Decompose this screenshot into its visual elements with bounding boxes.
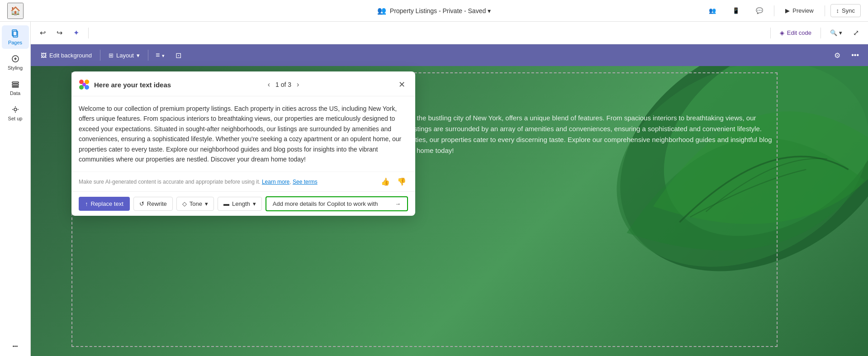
thumbs-down-button[interactable]: 👎 (395, 176, 408, 188)
zoom-button[interactable]: 🔍 ▾ (826, 27, 846, 39)
thumbs-down-icon: 👎 (397, 178, 406, 185)
thumbs-up-icon: 👍 (381, 178, 390, 185)
copilot-icon: ✦ (73, 29, 79, 37)
dialog-body: Welcome to our collection of premium pro… (71, 96, 415, 171)
dialog-disclaimer: Make sure AI-generated content is accura… (71, 171, 415, 191)
edit-bg-divider2 (148, 50, 148, 61)
align-arrow-icon: ▾ (162, 53, 165, 58)
edit-code-button[interactable]: ◈ Edit code (776, 27, 815, 39)
data-icon (11, 80, 20, 89)
pages-label: Pages (8, 40, 22, 45)
rewrite-button[interactable]: ↺ Rewrite (133, 197, 173, 211)
toolbar-divider3 (821, 28, 821, 38)
edit-background-button[interactable]: 🖼 Edit background (36, 49, 96, 62)
copilot-dialog: Here are your text ideas ‹ 1 of 3 › ✕ We… (71, 71, 415, 216)
svg-rect-4 (12, 84, 19, 85)
top-bar-left: 🏠 (7, 3, 24, 19)
redo-icon: ↪ (57, 29, 62, 37)
length-arrow-icon: ▾ (253, 200, 256, 207)
copilot-logo (79, 79, 90, 90)
copilot-toolbar-button[interactable]: ✦ (70, 26, 83, 40)
align-button[interactable]: ≡ ▾ (152, 48, 168, 62)
svg-rect-3 (12, 82, 19, 83)
replace-text-button[interactable]: ↑ Replace text (79, 197, 130, 211)
layout-arrow-icon: ▾ (137, 52, 140, 59)
toolbar-strip: ↩ ↪ ✦ ◈ Edit code 🔍 ▾ ⤢ (31, 22, 868, 44)
sidebar-more-button[interactable]: ••• (2, 340, 29, 352)
feedback-buttons: 👍 👎 (379, 176, 408, 188)
left-sidebar: Pages Styling Data Set up ••• (0, 22, 31, 356)
divider2 (825, 5, 825, 16)
chat-button[interactable]: 💬 (750, 5, 768, 17)
sync-button[interactable]: ↕ Sync (830, 4, 861, 17)
page-title: Property Listings - Private - Saved (390, 7, 486, 14)
styling-icon (11, 54, 20, 63)
collab-icon: 👥 (709, 7, 716, 14)
close-dialog-button[interactable]: ✕ (396, 78, 408, 91)
add-details-arrow-icon: → (395, 200, 401, 207)
align-icon: ≡ (156, 51, 160, 59)
edit-bg-icon: 🖼 (41, 52, 47, 59)
pages-icon (11, 29, 20, 38)
sync-icon: ↕ (836, 7, 840, 14)
close-icon: ✕ (398, 80, 405, 89)
add-details-button[interactable]: Add more details for Copilot to work wit… (266, 196, 408, 211)
see-terms-link[interactable]: See terms (293, 179, 318, 185)
collab-button[interactable]: 👥 (703, 5, 721, 17)
data-label: Data (10, 90, 20, 96)
svg-rect-5 (12, 86, 19, 87)
dropdown-arrow-icon: ▾ (488, 7, 491, 14)
prev-suggestion-button[interactable]: ‹ (265, 80, 273, 90)
zoom-arrow-icon: ▾ (839, 29, 842, 36)
more-icon: ••• (13, 343, 18, 349)
more-icon: ⚙ (834, 52, 840, 59)
more-options-button[interactable]: ⚙ (830, 48, 844, 62)
device-icon: 📱 (732, 7, 740, 14)
thumbs-up-button[interactable]: 👍 (379, 176, 392, 188)
styling-label: Styling (8, 65, 23, 71)
dialog-text: Welcome to our collection of premium pro… (79, 104, 408, 164)
sidebar-item-pages[interactable]: Pages (2, 25, 29, 49)
home-button[interactable]: 🏠 (7, 3, 24, 19)
svg-point-6 (14, 108, 17, 111)
device-button[interactable]: 📱 (727, 5, 745, 17)
chat-icon: 💬 (756, 7, 763, 14)
edit-code-icon: ◈ (780, 29, 784, 36)
expand-icon: ⤢ (853, 29, 859, 37)
file-icon: 👥 (377, 6, 386, 15)
nav-count: 1 of 3 (275, 81, 291, 88)
overflow-menu-button[interactable]: ••• (848, 48, 863, 62)
redo-button[interactable]: ↪ (53, 26, 66, 40)
learn-more-link[interactable]: Learn more (262, 179, 289, 185)
next-arrow-icon: › (297, 81, 299, 88)
prev-arrow-icon: ‹ (268, 81, 270, 88)
top-bar-center: 👥 Property Listings - Private - Saved ▾ (377, 6, 491, 15)
crop-button[interactable]: ⊡ (172, 48, 185, 62)
svg-point-14 (82, 83, 86, 86)
toolbar-right: ◈ Edit code 🔍 ▾ ⤢ (768, 26, 863, 40)
undo-button[interactable]: ↩ (36, 26, 49, 40)
layout-button[interactable]: ⊞ Layout ▾ (104, 49, 144, 62)
expand-button[interactable]: ⤢ (849, 26, 863, 40)
sidebar-item-data[interactable]: Data (2, 76, 29, 100)
dialog-header: Here are your text ideas ‹ 1 of 3 › ✕ (71, 71, 415, 96)
edit-bg-divider (100, 50, 100, 61)
length-button[interactable]: ▬ Length ▾ (218, 197, 262, 211)
dialog-title: Here are your text ideas (94, 81, 171, 89)
top-bar: 🏠 👥 Property Listings - Private - Saved … (0, 0, 868, 22)
tone-icon: ◇ (182, 200, 187, 207)
title-dropdown[interactable]: Property Listings - Private - Saved ▾ (390, 7, 491, 14)
next-suggestion-button[interactable]: › (294, 80, 302, 90)
zoom-icon: 🔍 (830, 29, 837, 36)
dialog-nav: ‹ 1 of 3 › (265, 80, 302, 90)
crop-icon: ⊡ (175, 52, 181, 59)
setup-label: Set up (8, 116, 23, 121)
preview-button[interactable]: ▶ Preview (780, 5, 819, 17)
setup-icon (11, 105, 20, 114)
length-icon: ▬ (223, 200, 229, 207)
divider (774, 5, 774, 16)
sidebar-item-styling[interactable]: Styling (2, 51, 29, 74)
tone-button[interactable]: ◇ Tone ▾ (176, 197, 214, 211)
sidebar-item-setup[interactable]: Set up (2, 101, 29, 125)
overflow-icon: ••• (851, 51, 859, 59)
